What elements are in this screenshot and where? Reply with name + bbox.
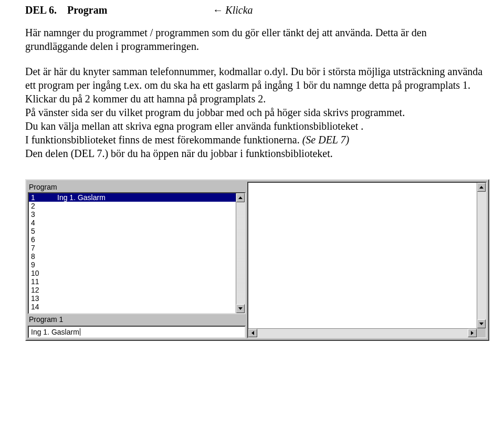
scroll-down-button[interactable] bbox=[477, 319, 486, 328]
heading-klicka: ← Klicka bbox=[212, 4, 253, 16]
program-panel: Program 1Ing 1. Gaslarm23456789101112131… bbox=[25, 179, 489, 341]
arrow-down-icon bbox=[479, 323, 484, 325]
arrow-left-icon bbox=[251, 331, 254, 335]
program-name-label: Program 1 bbox=[28, 314, 246, 325]
arrow-right-icon bbox=[471, 331, 474, 335]
editor-vscrollbar[interactable] bbox=[477, 183, 486, 328]
list-item-number: 14 bbox=[31, 303, 57, 311]
scrollbar-track[interactable] bbox=[257, 329, 468, 337]
list-item[interactable]: 7 bbox=[29, 244, 236, 252]
list-item[interactable]: 13 bbox=[29, 294, 236, 303]
editor-content[interactable] bbox=[248, 183, 477, 328]
list-item-number: 12 bbox=[31, 286, 57, 294]
list-item-number: 5 bbox=[31, 227, 57, 235]
scroll-up-button[interactable] bbox=[236, 193, 245, 202]
program-name-value: Ing 1. Gaslarm bbox=[31, 328, 79, 336]
program-editor[interactable] bbox=[247, 182, 487, 338]
scrollbar-corner bbox=[477, 328, 486, 337]
program-list-label: Program bbox=[28, 182, 246, 192]
arrow-down-icon bbox=[238, 307, 243, 310]
section-heading: DEL 6. Program ← Klicka bbox=[25, 4, 489, 16]
list-item-number: 3 bbox=[31, 210, 57, 219]
paragraph: Det är här du knyter samman telefonnumme… bbox=[25, 65, 489, 106]
list-item[interactable]: 11 bbox=[29, 277, 236, 286]
list-item-number: 9 bbox=[31, 261, 57, 269]
paragraph: På vänster sida ser du vilket program du… bbox=[25, 106, 489, 119]
paragraph: I funktionsbiblioteket finns de mest för… bbox=[25, 133, 489, 147]
list-item[interactable]: 10 bbox=[29, 269, 236, 277]
list-item[interactable]: 3 bbox=[29, 210, 236, 219]
paragraph: Du kan välja mellan att skriva egna prog… bbox=[25, 119, 489, 133]
program-list-pane: Program 1Ing 1. Gaslarm23456789101112131… bbox=[28, 182, 246, 338]
list-item[interactable]: 9 bbox=[29, 261, 236, 269]
paragraph: Här namnger du programmet / programmen s… bbox=[25, 26, 489, 53]
list-item[interactable]: 1Ing 1. Gaslarm bbox=[29, 193, 236, 202]
scroll-left-button[interactable] bbox=[248, 329, 257, 337]
scrollbar-track[interactable] bbox=[477, 192, 486, 319]
arrow-up-icon bbox=[238, 196, 243, 199]
scroll-down-button[interactable] bbox=[236, 304, 245, 313]
body-text: Här namnger du programmet / programmen s… bbox=[25, 26, 489, 160]
list-item[interactable]: 2 bbox=[29, 202, 236, 210]
paragraph: Den delen (DEL 7.) bör du ha öppen när d… bbox=[25, 147, 489, 160]
arrow-up-icon bbox=[479, 186, 484, 189]
editor-hscrollbar[interactable] bbox=[248, 328, 477, 337]
heading-del: DEL 6. bbox=[25, 4, 57, 16]
list-item-number: 7 bbox=[31, 244, 57, 252]
scroll-right-button[interactable] bbox=[468, 329, 477, 337]
list-item[interactable]: 14 bbox=[29, 303, 236, 311]
list-item[interactable]: 6 bbox=[29, 235, 236, 244]
list-item[interactable]: 5 bbox=[29, 227, 236, 235]
program-listbox[interactable]: 1Ing 1. Gaslarm234567891011121314 bbox=[28, 192, 246, 314]
list-item[interactable]: 12 bbox=[29, 286, 236, 294]
text-caret bbox=[80, 328, 80, 336]
list-item-number: 13 bbox=[31, 294, 57, 303]
list-item-number: 2 bbox=[31, 202, 57, 210]
list-item-text: Ing 1. Gaslarm bbox=[57, 193, 106, 202]
list-item-number: 6 bbox=[31, 235, 57, 244]
list-item-number: 4 bbox=[31, 219, 57, 227]
program-editor-pane bbox=[247, 182, 487, 338]
list-item-number: 1 bbox=[31, 193, 57, 202]
heading-program: Program bbox=[67, 4, 107, 16]
list-item-number: 8 bbox=[31, 252, 57, 261]
list-item-number: 10 bbox=[31, 269, 57, 277]
listbox-scrollbar[interactable] bbox=[236, 193, 245, 313]
scroll-up-button[interactable] bbox=[477, 183, 486, 192]
scrollbar-track[interactable] bbox=[236, 202, 245, 304]
list-item[interactable]: 4 bbox=[29, 219, 236, 227]
list-item[interactable]: 8 bbox=[29, 252, 236, 261]
program-name-input[interactable]: Ing 1. Gaslarm bbox=[28, 326, 246, 338]
list-item-number: 11 bbox=[31, 277, 57, 286]
